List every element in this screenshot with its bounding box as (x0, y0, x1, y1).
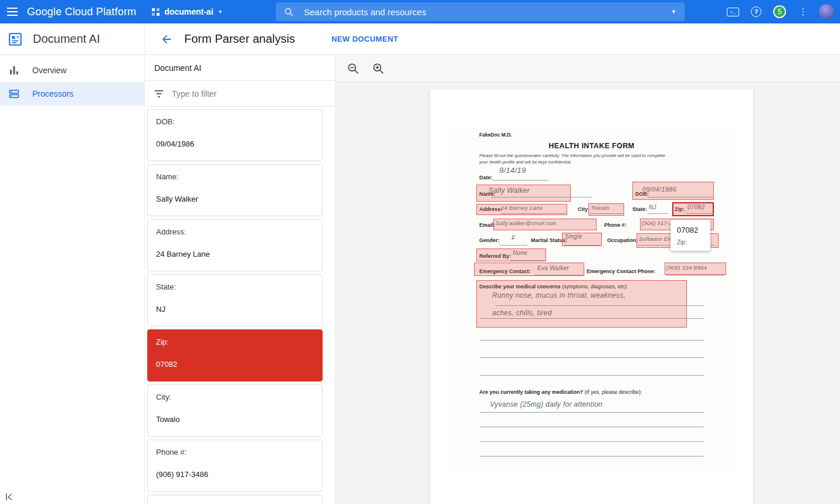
field-card-state[interactable]: State: NJ (147, 274, 323, 326)
highlight-emergency-contact[interactable] (474, 263, 584, 276)
filter-input[interactable] (172, 89, 307, 98)
viewer-canvas: FakeDoc M.D. HEALTH INTAKE FORM Please f… (336, 82, 840, 504)
doc-city-label: City: (578, 206, 590, 212)
field-label: City: (156, 393, 314, 401)
field-card-address[interactable]: Address: 24 Barney Lane (147, 219, 323, 271)
field-card-name[interactable]: Name: Sally Walker (147, 164, 323, 216)
field-card-phone[interactable]: Phone #: (906) 917-3486 (147, 440, 323, 492)
zoom-in-icon[interactable] (371, 61, 386, 76)
doc-emergency-phone-label: Emergency Contact Phone: (587, 268, 656, 274)
highlight-medical-concerns[interactable] (476, 280, 687, 328)
zoom-out-icon[interactable] (346, 61, 361, 76)
doc-intro-line: your health profile and will be kept con… (479, 159, 571, 165)
sidebar-item-processors[interactable]: Processors (0, 82, 144, 105)
subheader: Document AI Form Parser analysis NEW DOC… (0, 23, 840, 55)
help-icon[interactable]: ? (747, 2, 765, 21)
highlight-dob[interactable] (632, 182, 714, 200)
field-label: Phone #: (156, 448, 314, 457)
field-label: Address: (156, 227, 314, 236)
field-value: Towalo (156, 415, 314, 424)
left-nav: Overview Processors (0, 56, 145, 504)
doc-state-value: NJ (649, 204, 656, 210)
field-tooltip: 07082 Zip: (670, 220, 710, 251)
sidebar-item-label: Processors (32, 89, 73, 98)
product-header: Document AI (0, 23, 145, 55)
new-document-button[interactable]: NEW DOCUMENT (331, 35, 398, 43)
avatar[interactable] (818, 2, 835, 21)
highlight-referred-by[interactable] (476, 248, 546, 261)
collapse-nav-icon[interactable] (5, 492, 19, 502)
field-value: 09/04/1986 (156, 139, 314, 148)
field-label: Name: (156, 172, 314, 181)
field-card-dob[interactable]: DOB: 09/04/1986 (147, 109, 323, 161)
menu-icon[interactable] (0, 0, 25, 23)
viewer-toolbar (336, 56, 840, 82)
global-search: ▼ (276, 2, 685, 21)
doc-state-label: State: (632, 206, 647, 212)
sidebar-item-label: Overview (32, 66, 66, 75)
filter-icon (154, 90, 164, 98)
field-value: 07082 (156, 360, 314, 369)
panel-title: Document AI (145, 56, 335, 81)
highlight-emergency-phone[interactable] (665, 263, 726, 275)
processors-icon (9, 88, 19, 99)
chevron-down-icon: ▼ (218, 9, 223, 15)
highlight-marital-status[interactable] (562, 233, 602, 246)
field-label: Zip: (156, 338, 314, 346)
highlight-zip-selected[interactable] (672, 202, 714, 216)
field-value: (906) 917-3486 (156, 470, 314, 479)
doc-date-label: Date: (479, 175, 493, 181)
doc-intro-line: Please fill out the questionnaire carefu… (479, 153, 665, 158)
field-label: DOB: (156, 117, 314, 126)
notification-count: 5 (773, 5, 786, 18)
chevron-down-icon[interactable]: ▼ (671, 9, 676, 15)
highlight-city[interactable] (588, 203, 624, 216)
fields-panel: Document AI DOB: 09/04/1986 Name: Sally … (145, 56, 336, 504)
highlight-address[interactable] (476, 204, 567, 215)
doc-practice-name: FakeDoc M.D. (479, 132, 512, 138)
search-input[interactable] (304, 7, 671, 17)
gcp-brand-logo[interactable]: Google Cloud Platform (27, 6, 136, 18)
search-icon (284, 7, 294, 17)
project-name: document-ai (164, 7, 213, 16)
tooltip-value: 07082 (677, 226, 704, 234)
topbar-actions: >_ ? 5 ⋮ (724, 0, 835, 23)
notifications-badge[interactable]: 5 (771, 2, 788, 21)
highlight-email[interactable] (493, 219, 597, 230)
field-value: 24 Barney Lane (156, 250, 314, 258)
field-label: State: (156, 282, 314, 291)
field-card-partial[interactable] (147, 495, 323, 504)
document-page: FakeDoc M.D. HEALTH INTAKE FORM Please f… (430, 89, 753, 504)
product-title: Document AI (33, 32, 100, 46)
doc-gender-value: F (512, 234, 516, 241)
field-value: NJ (156, 305, 314, 314)
document-viewer: FakeDoc M.D. HEALTH INTAKE FORM Please f… (336, 56, 840, 504)
topbar: Google Cloud Platform document-ai ▼ ▼ >_… (0, 0, 840, 23)
more-vert-icon[interactable]: ⋮ (794, 2, 812, 21)
doc-medication-label: Are you currently taking any medication?… (479, 389, 642, 395)
doc-date-value: 9/14/19 (499, 166, 526, 175)
cloud-shell-icon[interactable]: >_ (724, 2, 741, 21)
doc-email-label: Email: (479, 222, 495, 228)
doc-medication-answer: Vyvanse (25mg) daily for attention (490, 400, 602, 408)
highlight-name[interactable] (476, 185, 571, 202)
doc-phone-label: Phone #: (604, 222, 626, 228)
field-card-city[interactable]: City: Towalo (147, 384, 323, 437)
field-value: Sally Walker (156, 195, 314, 203)
doc-form-title: HEALTH INTAKE FORM (430, 142, 753, 150)
doc-gender-label: Gender: (479, 237, 500, 243)
page-title: Form Parser analysis (184, 32, 295, 46)
tooltip-label: Zip: (677, 239, 704, 246)
project-icon (151, 8, 160, 16)
back-arrow-icon[interactable] (160, 33, 173, 46)
filter-bar (145, 81, 335, 107)
project-picker[interactable]: document-ai ▼ (151, 7, 222, 16)
overview-icon (9, 65, 19, 76)
fields-list: DOB: 09/04/1986 Name: Sally Walker Addre… (145, 107, 335, 504)
field-card-zip[interactable]: Zip: 07082 (147, 329, 323, 382)
doc-occupation-label: Occupation: (607, 237, 638, 243)
sidebar-item-overview[interactable]: Overview (0, 59, 144, 82)
document-ai-logo-icon (8, 32, 23, 47)
